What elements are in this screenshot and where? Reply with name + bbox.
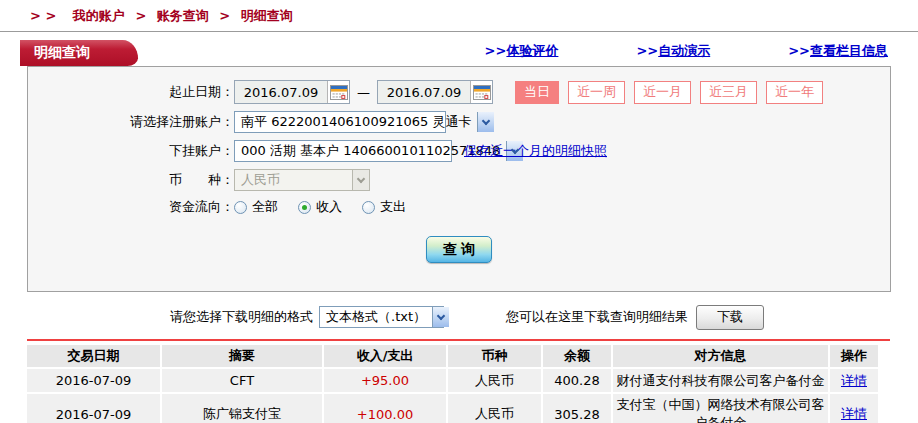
cell-date: 2016-07-09 xyxy=(27,394,162,423)
radio-icon[interactable] xyxy=(362,201,375,214)
date-range-row: 起止日期： 2016.07.09 — 2016.07.09 xyxy=(28,80,890,104)
fund-flow-label: 资金流向： xyxy=(28,198,234,216)
cell-summary: 陈广锦支付宝 xyxy=(162,394,324,423)
download-row: 请您选择下载明细的格式 文本格式（.txt） 您可以在这里下载查询明细结果 下载 xyxy=(170,304,918,330)
registered-account-select[interactable]: 南平 6222001406100921065 灵通卡 xyxy=(234,111,446,133)
chevron-down-icon[interactable] xyxy=(477,112,494,132)
calendar-icon[interactable] xyxy=(470,81,492,103)
cell-amount: +100.00 xyxy=(324,394,448,423)
cell-summary: CFT xyxy=(162,369,324,392)
breadcrumb-separator: > xyxy=(219,8,230,23)
fund-flow-row: 资金流向： 全部 收入 支出 xyxy=(28,198,890,216)
quick-button-last-week[interactable]: 近一周 xyxy=(568,81,625,104)
date-to-input[interactable]: 2016.07.09 xyxy=(377,80,493,104)
quick-button-last-month[interactable]: 近一月 xyxy=(634,81,691,104)
download-hint: 您可以在这里下载查询明细结果 xyxy=(506,308,688,326)
download-button[interactable]: 下载 xyxy=(696,305,764,330)
flow-option-expense[interactable]: 支出 xyxy=(362,198,406,216)
registered-account-row: 请选择注册账户： 南平 6222001406100921065 灵通卡 xyxy=(28,111,890,133)
table-row: 2016-07-09 陈广锦支付宝 +100.00 人民币 305.28 支付宝… xyxy=(27,394,880,423)
sub-account-label: 下挂账户： xyxy=(28,142,234,160)
col-header-balance: 余额 xyxy=(543,345,613,367)
date-separator: — xyxy=(357,85,370,100)
query-form-panel: 起止日期： 2016.07.09 — 2016.07.09 xyxy=(27,66,891,292)
cell-counterparty: 财付通支付科技有限公司客户备付金 xyxy=(613,369,830,392)
save-snapshot-link[interactable]: 保存近一个月的明细快照 xyxy=(464,142,607,160)
download-format-select[interactable]: 文本格式（.txt） xyxy=(319,306,444,328)
query-button-row: 查 询 xyxy=(28,236,890,263)
currency-row: 币 种： 人民币 xyxy=(28,169,890,191)
result-table-section: 交易日期 摘要 收入/支出 币种 余额 对方信息 操作 2016-07-09 C… xyxy=(27,339,890,423)
result-table: 交易日期 摘要 收入/支出 币种 余额 对方信息 操作 2016-07-09 C… xyxy=(27,343,880,423)
cell-counterparty: 支付宝（中国）网络技术有限公司客户备付金 xyxy=(613,394,830,423)
chevron-down-icon[interactable] xyxy=(432,307,449,327)
download-format-label: 请您选择下载明细的格式 xyxy=(170,308,313,326)
cell-currency: 人民币 xyxy=(448,369,543,392)
registered-account-label: 请选择注册账户： xyxy=(28,113,234,131)
currency-label: 币 种： xyxy=(28,171,234,189)
col-header-currency: 币种 xyxy=(448,345,543,367)
link-view-column-info[interactable]: >>查看栏目信息 xyxy=(788,42,888,60)
sub-account-row: 下挂账户： 000 活期 基本户 1406600101102571848 保存近… xyxy=(28,140,890,162)
cell-currency: 人民币 xyxy=(448,394,543,423)
col-header-summary: 摘要 xyxy=(162,345,324,367)
breadcrumb-item-my-account[interactable]: 我的账户 xyxy=(73,8,125,23)
cell-balance: 400.28 xyxy=(543,369,613,392)
chevron-down-icon xyxy=(352,170,369,190)
tab-bar: 明细查询 >>体验评价 >>自动演示 >>查看栏目信息 xyxy=(0,39,918,66)
detail-link[interactable]: 详情 xyxy=(841,373,867,388)
cell-balance: 305.28 xyxy=(543,394,613,423)
quick-range-buttons: 当日 近一周 近一月 近三月 近一年 xyxy=(515,81,823,104)
col-header-counterparty: 对方信息 xyxy=(613,345,830,367)
breadcrumb-item-account-query[interactable]: 账务查询 xyxy=(157,8,209,23)
sub-account-select[interactable]: 000 活期 基本户 1406600101102571848 xyxy=(234,140,452,162)
breadcrumb-prefix: > > xyxy=(30,8,56,23)
link-auto-demo[interactable]: >>自动演示 xyxy=(636,42,710,60)
query-button[interactable]: 查 询 xyxy=(426,236,492,263)
flow-option-all[interactable]: 全部 xyxy=(234,198,278,216)
fund-flow-options: 全部 收入 支出 xyxy=(234,198,406,216)
cell-amount: +95.00 xyxy=(324,369,448,392)
calendar-icon[interactable] xyxy=(327,81,349,103)
table-row: 2016-07-09 CFT +95.00 人民币 400.28 财付通支付科技… xyxy=(27,369,880,392)
cell-date: 2016-07-09 xyxy=(27,369,162,392)
breadcrumb: > > 我的账户 > 账务查询 > 明细查询 xyxy=(0,0,918,32)
quick-button-last-3-months[interactable]: 近三月 xyxy=(700,81,757,104)
page-title: 明细查询 xyxy=(34,44,90,62)
flow-option-income[interactable]: 收入 xyxy=(298,198,342,216)
quick-button-last-year[interactable]: 近一年 xyxy=(766,81,823,104)
header-links: >>体验评价 >>自动演示 >>查看栏目信息 xyxy=(485,42,918,66)
tab-detail-query: 明细查询 xyxy=(20,40,138,66)
currency-select: 人民币 xyxy=(234,169,370,191)
radio-icon[interactable] xyxy=(234,201,247,214)
date-range-label: 起止日期： xyxy=(28,83,234,101)
quick-button-today[interactable]: 当日 xyxy=(515,81,559,104)
table-header-row: 交易日期 摘要 收入/支出 币种 余额 对方信息 操作 xyxy=(27,345,880,367)
link-experience-rating[interactable]: >>体验评价 xyxy=(485,42,559,60)
date-from-input[interactable]: 2016.07.09 xyxy=(234,80,350,104)
breadcrumb-item-detail-query[interactable]: 明细查询 xyxy=(241,8,293,23)
col-header-date: 交易日期 xyxy=(27,345,162,367)
radio-checked-icon[interactable] xyxy=(298,201,311,214)
breadcrumb-separator: > xyxy=(135,8,146,23)
col-header-amount: 收入/支出 xyxy=(324,345,448,367)
col-header-action: 操作 xyxy=(830,345,880,367)
detail-link[interactable]: 详情 xyxy=(841,406,867,421)
